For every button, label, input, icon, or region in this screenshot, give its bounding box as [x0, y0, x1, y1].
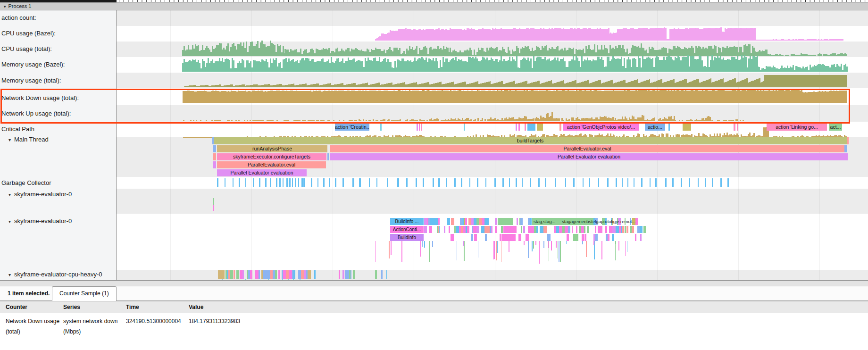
sidebar-item-cpu-usage-total[interactable]: CPU usage (total): [1, 45, 52, 52]
selection-status: 1 item selected. [8, 286, 50, 301]
cell-counter-line2: (total) [6, 326, 20, 337]
cell-time: 324190.51300000004 [126, 316, 181, 326]
cell-value: 184.1793113323983 [189, 316, 240, 326]
track-label: Network Down usage (total): [1, 94, 79, 101]
track-label: Critical Path [1, 125, 34, 133]
sidebar-item-garbage-collector[interactable]: Garbage Collector [1, 179, 51, 186]
tab-counter-sample[interactable]: Counter Sample (1) [52, 286, 117, 301]
sample-table-row[interactable]: Network Down usage (total) system networ… [0, 313, 868, 350]
sidebar-item-network-down-usage-total[interactable]: Network Down usage (total): [1, 94, 79, 101]
track-label: skyframe-evaluator-0 [14, 191, 72, 198]
sidebar-item-critical-path[interactable]: Critical Path [1, 125, 34, 133]
process-header[interactable]: ▾Process 1 [0, 2, 868, 10]
cell-counter-line1: Network Down usage [6, 316, 59, 326]
track-label: Network Up usage (total): [1, 110, 71, 117]
sidebar-item-skyframe-evaluator-0[interactable]: ▾skyframe-evaluator-0 [1, 191, 72, 198]
track-label: Main Thread [14, 136, 49, 143]
sidebar-item-skyframe-evaluator-0[interactable]: ▾skyframe-evaluator-0 [1, 217, 72, 225]
process-title: Process 1 [8, 3, 32, 9]
expand-triangle-icon[interactable]: ▾ [8, 219, 11, 224]
sidebar-item-skyframe-evaluator-cpu-heavy-0[interactable]: ▾skyframe-evaluator-cpu-heavy-0 [1, 271, 102, 278]
track-label: skyframe-evaluator-cpu-heavy-0 [14, 271, 102, 278]
sample-table-header: Counter Series Time Value [0, 301, 868, 313]
track-label: Garbage Collector [1, 179, 51, 186]
expand-triangle-icon[interactable]: ▾ [8, 137, 11, 142]
column-header-series[interactable]: Series [63, 301, 80, 314]
track-label: Memory usage (total): [1, 77, 61, 84]
column-header-value[interactable]: Value [189, 301, 203, 314]
track-label: skyframe-evaluator-0 [14, 217, 72, 225]
expand-triangle-icon[interactable]: ▾ [8, 192, 11, 197]
tracks-graphics [117, 10, 868, 280]
sidebar-item-memory-usage-total[interactable]: Memory usage (total): [1, 77, 61, 84]
track-label: action count: [1, 14, 36, 21]
sidebar-item-action-count[interactable]: action count: [1, 14, 36, 21]
sidebar-item-main-thread[interactable]: ▾Main Thread [1, 136, 49, 143]
bottom-tab-bar: 1 item selected. Counter Sample (1) [0, 286, 868, 301]
track-label-sidebar: action count:CPU usage (Bazel):CPU usage… [0, 10, 117, 280]
timeline-canvas[interactable]: action 'Creatin...action 'GenObjcProtos … [117, 10, 868, 280]
trace-viewer: ▾Process 1 action count:CPU usage (Bazel… [0, 0, 868, 350]
sidebar-item-cpu-usage-bazel[interactable]: CPU usage (Bazel): [1, 30, 56, 37]
column-header-time[interactable]: Time [126, 301, 139, 314]
cell-series-line1: system network down [63, 316, 117, 326]
track-label: CPU usage (total): [1, 45, 52, 52]
cell-series-line2: (Mbps) [63, 326, 81, 337]
track-label: CPU usage (Bazel): [1, 30, 56, 37]
sidebar-item-memory-usage-bazel[interactable]: Memory usage (Bazel): [1, 61, 65, 68]
sidebar-item-network-up-usage-total[interactable]: Network Up usage (total): [1, 110, 71, 117]
track-label: Memory usage (Bazel): [1, 61, 65, 68]
expand-triangle-icon[interactable]: ▾ [8, 272, 11, 277]
panel-divider[interactable] [0, 280, 868, 286]
column-header-counter[interactable]: Counter [6, 301, 27, 314]
collapse-triangle-icon[interactable]: ▾ [4, 3, 6, 10]
